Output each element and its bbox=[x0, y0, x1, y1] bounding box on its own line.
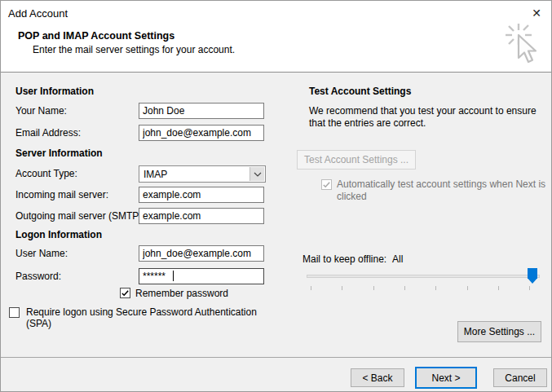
back-button[interactable]: < Back bbox=[351, 368, 404, 387]
slider-tick bbox=[435, 286, 436, 290]
incoming-server-field[interactable] bbox=[139, 187, 264, 203]
spa-label[interactable]: Require logon using Secure Password Auth… bbox=[26, 306, 280, 329]
section-user-information: User Information bbox=[15, 86, 94, 97]
mail-offline-label: Mail to keep offline: bbox=[302, 253, 386, 265]
user-name-label: User Name: bbox=[15, 248, 68, 259]
page-subtitle: Enter the mail server settings for your … bbox=[33, 44, 235, 55]
slider-tick bbox=[373, 286, 374, 290]
account-type-value: IMAP bbox=[144, 169, 167, 180]
busy-cursor-icon bbox=[497, 20, 545, 71]
password-label: Password: bbox=[15, 271, 61, 282]
email-address-field[interactable] bbox=[139, 125, 264, 141]
more-settings-button[interactable]: More Settings ... bbox=[457, 321, 541, 342]
user-name-field[interactable] bbox=[139, 245, 264, 262]
mail-offline-value: All bbox=[392, 253, 403, 265]
remember-password-label[interactable]: Remember password bbox=[135, 288, 228, 299]
offline-slider-thumb[interactable] bbox=[528, 268, 537, 284]
incoming-server-label: Incoming mail server: bbox=[15, 189, 108, 200]
text-caret bbox=[173, 271, 174, 281]
section-test-account-settings: Test Account Settings bbox=[309, 86, 411, 97]
slider-tick bbox=[404, 286, 405, 290]
test-settings-description: We recommend that you test your account … bbox=[309, 105, 550, 130]
section-logon-information: Logon Information bbox=[15, 229, 102, 240]
next-button[interactable]: Next > bbox=[415, 367, 477, 389]
slider-tick bbox=[311, 286, 311, 290]
cancel-button[interactable]: Cancel bbox=[493, 368, 547, 387]
outgoing-server-label: Outgoing mail server (SMTP): bbox=[15, 210, 145, 222]
auto-test-label[interactable]: Automatically test account settings when… bbox=[337, 178, 547, 203]
remember-password-checkbox[interactable] bbox=[120, 288, 130, 298]
dialog-header: Add Account ✕ POP and IMAP Account Setti… bbox=[1, 1, 551, 73]
password-field[interactable] bbox=[139, 268, 264, 284]
slider-tick bbox=[529, 286, 530, 290]
window-title: Add Account bbox=[8, 7, 68, 20]
slider-tick bbox=[467, 286, 468, 290]
email-address-label: Email Address: bbox=[15, 127, 81, 139]
password-field-wrapper bbox=[139, 268, 264, 284]
page-title: POP and IMAP Account Settings bbox=[18, 30, 174, 42]
checkmark-icon bbox=[121, 288, 130, 297]
your-name-label: Your Name: bbox=[15, 105, 67, 117]
slider-tick bbox=[342, 286, 342, 290]
chevron-down-icon bbox=[254, 172, 262, 177]
close-icon[interactable]: ✕ bbox=[532, 6, 541, 20]
section-server-information: Server Information bbox=[15, 148, 103, 159]
your-name-field[interactable] bbox=[139, 103, 264, 119]
checkmark-icon bbox=[322, 180, 331, 189]
account-type-label: Account Type: bbox=[15, 168, 77, 179]
test-account-settings-button[interactable]: Test Account Settings ... bbox=[297, 150, 416, 170]
offline-slider-track[interactable] bbox=[307, 275, 540, 278]
spa-checkbox[interactable] bbox=[9, 307, 20, 318]
add-account-dialog: Add Account ✕ POP and IMAP Account Setti… bbox=[0, 0, 552, 392]
account-type-select[interactable]: IMAP bbox=[139, 165, 266, 183]
outgoing-server-field[interactable] bbox=[139, 208, 264, 224]
combo-dropdown-button[interactable] bbox=[250, 167, 264, 181]
auto-test-checkbox[interactable] bbox=[321, 179, 332, 190]
dialog-footer: < Back Next > Cancel bbox=[1, 357, 551, 392]
slider-tick bbox=[498, 286, 499, 290]
